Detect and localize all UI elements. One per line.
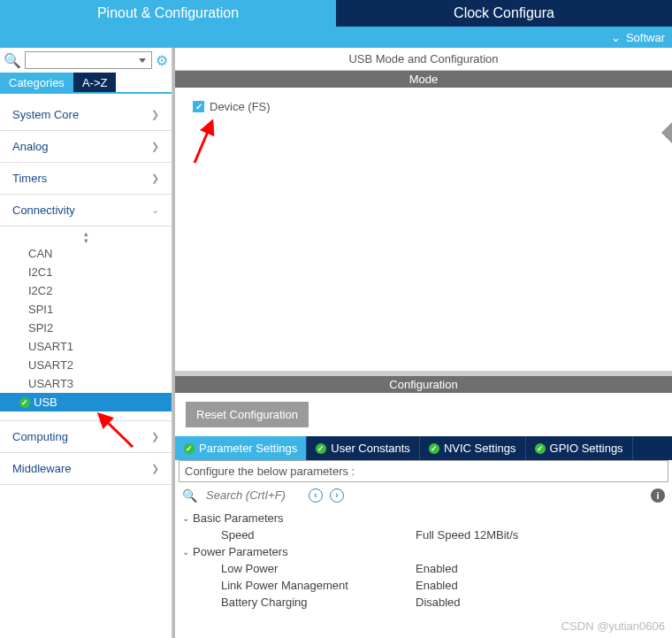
cat-label: Connectivity xyxy=(12,204,75,217)
category-list: System Core ❯ Analog ❯ Timers ❯ Connecti… xyxy=(0,94,172,490)
list-item[interactable]: USART2 xyxy=(0,356,172,374)
cat-connectivity[interactable]: Connectivity ⌄ xyxy=(0,195,172,227)
cat-analog[interactable]: Analog ❯ xyxy=(0,131,172,163)
check-icon: ✓ xyxy=(19,397,30,408)
check-icon: ✓ xyxy=(429,443,439,454)
gear-icon[interactable]: ⚙ xyxy=(156,52,168,69)
config-bar: Configuration xyxy=(175,376,672,393)
tab-label: Parameter Settings xyxy=(199,442,297,455)
check-icon: ✓ xyxy=(535,443,546,454)
chevron-down-icon: ⌄ xyxy=(151,204,159,216)
list-item[interactable]: I2C2 xyxy=(0,281,172,300)
cat-label: System Core xyxy=(12,108,79,121)
chevron-right-icon: ❯ xyxy=(151,109,159,120)
config-tabs: ✓Parameter Settings ✓User Constants ✓NVI… xyxy=(175,436,672,460)
param-value: Full Speed 12MBit/s xyxy=(416,528,518,542)
param-value: Disabled xyxy=(416,596,461,609)
tab-gpio-settings[interactable]: ✓GPIO Settings xyxy=(526,436,633,460)
tab-label: GPIO Settings xyxy=(550,442,623,455)
list-item[interactable]: SPI2 xyxy=(0,319,172,337)
param-row[interactable]: Low PowerEnabled xyxy=(182,560,665,577)
next-icon[interactable]: › xyxy=(330,488,344,503)
prev-icon[interactable]: ‹ xyxy=(309,488,323,503)
list-item[interactable]: SPI1 xyxy=(0,300,172,319)
tab-clock[interactable]: Clock Configura xyxy=(336,0,672,27)
cat-label: Computing xyxy=(12,430,68,443)
list-item[interactable]: CAN xyxy=(0,244,172,263)
list-item[interactable]: USART3 xyxy=(0,374,172,393)
split-handle-icon[interactable]: ▴▾ xyxy=(0,230,172,244)
config-area: Reset Configuration ✓Parameter Settings … xyxy=(175,393,672,638)
connectivity-items: ▴▾ CAN I2C1 I2C2 SPI1 SPI2 USART1 USART2… xyxy=(0,227,172,421)
group-label: Basic Parameters xyxy=(193,511,284,525)
param-value: Enabled xyxy=(416,562,458,575)
cat-computing[interactable]: Computing ❯ xyxy=(0,421,172,453)
group-label: Power Parameters xyxy=(193,545,288,558)
search-combo[interactable] xyxy=(25,51,152,69)
cat-system-core[interactable]: System Core ❯ xyxy=(0,99,172,131)
param-header: Configure the below parameters : xyxy=(179,460,668,482)
mode-area: ✓ Device (FS) xyxy=(175,88,672,371)
param-label: Battery Charging xyxy=(221,596,416,609)
param-value: Enabled xyxy=(416,579,458,592)
tab-nvic-settings[interactable]: ✓NVIC Settings xyxy=(420,436,526,460)
chevron-down-icon: ⌄ xyxy=(182,547,189,557)
tab-az[interactable]: A->Z xyxy=(73,73,117,92)
tab-parameter-settings[interactable]: ✓Parameter Settings xyxy=(175,436,307,460)
param-tree: ⌄Basic Parameters SpeedFull Speed 12MBit… xyxy=(175,508,672,618)
list-item[interactable]: I2C1 xyxy=(0,263,172,281)
sub-bar-label: Softwar xyxy=(626,31,665,44)
info-icon[interactable]: i xyxy=(651,488,665,503)
list-item-usb[interactable]: ✓ USB xyxy=(0,393,172,411)
param-row[interactable]: Link Power ManagementEnabled xyxy=(182,577,665,594)
reset-config-button[interactable]: Reset Configuration xyxy=(186,402,309,427)
svg-line-0 xyxy=(195,121,212,163)
cat-timers[interactable]: Timers ❯ xyxy=(0,163,172,195)
cat-label: Timers xyxy=(12,172,47,185)
param-label: Speed xyxy=(221,528,416,542)
chevron-right-icon: ❯ xyxy=(151,173,159,184)
tab-categories[interactable]: Categories xyxy=(0,73,73,92)
watermark: CSDN @yutian0606 xyxy=(561,619,665,633)
param-label: Link Power Management xyxy=(221,579,416,592)
checkbox-label: Device (FS) xyxy=(210,100,271,113)
param-row[interactable]: SpeedFull Speed 12MBit/s xyxy=(182,527,665,543)
group-power[interactable]: ⌄Power Parameters xyxy=(182,543,665,560)
cat-label: Middleware xyxy=(12,462,71,475)
check-icon: ✓ xyxy=(316,443,326,454)
chevron-right-icon: ❯ xyxy=(151,431,159,442)
param-row[interactable]: Battery ChargingDisabled xyxy=(182,594,665,611)
chevron-down-icon[interactable]: ⌄ xyxy=(611,31,621,44)
annotation-arrow-icon xyxy=(187,114,223,167)
cat-label: Analog xyxy=(12,140,48,153)
tab-pinout[interactable]: Pinout & Configuration xyxy=(0,0,336,27)
top-tabs: Pinout & Configuration Clock Configura xyxy=(0,0,672,27)
group-basic[interactable]: ⌄Basic Parameters xyxy=(182,510,665,527)
chevron-right-icon: ❯ xyxy=(151,141,159,152)
param-search-input[interactable] xyxy=(204,488,302,503)
param-search-row: 🔍 ‹ › i xyxy=(175,482,672,508)
checkbox-checked-icon: ✓ xyxy=(193,101,204,112)
list-item-label: USB xyxy=(34,396,57,409)
chevron-right-icon: ❯ xyxy=(151,463,159,474)
panel-title: USB Mode and Configuration xyxy=(175,48,672,71)
left-panel: 🔍 ⚙ Categories A->Z System Core ❯ Analog… xyxy=(0,48,172,638)
tab-label: User Constants xyxy=(331,442,410,455)
search-icon[interactable]: 🔍 xyxy=(182,488,197,503)
tab-user-constants[interactable]: ✓User Constants xyxy=(307,436,420,460)
right-panel: USB Mode and Configuration Mode ✓ Device… xyxy=(172,48,672,638)
param-label: Low Power xyxy=(221,562,416,575)
list-item[interactable]: USART1 xyxy=(0,337,172,356)
search-icon[interactable]: 🔍 xyxy=(4,52,21,69)
tab-label: NVIC Settings xyxy=(444,442,516,455)
cat-middleware[interactable]: Middleware ❯ xyxy=(0,453,172,485)
mode-bar: Mode xyxy=(175,71,672,88)
device-fs-checkbox[interactable]: ✓ Device (FS) xyxy=(193,100,654,113)
chevron-down-icon: ⌄ xyxy=(182,513,189,523)
sub-bar: ⌄ Softwar xyxy=(0,27,672,48)
check-icon: ✓ xyxy=(184,443,195,454)
